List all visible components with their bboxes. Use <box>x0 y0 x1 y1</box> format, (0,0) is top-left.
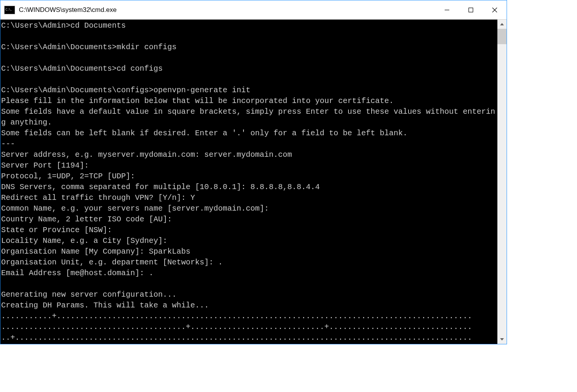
svg-rect-1 <box>469 8 473 12</box>
close-button[interactable] <box>483 0 507 19</box>
vertical-scrollbar[interactable] <box>497 20 507 344</box>
scrollbar-track[interactable] <box>497 29 507 335</box>
scroll-up-arrow[interactable] <box>497 20 507 29</box>
window-titlebar: C:\. C:\WINDOWS\system32\cmd.exe <box>0 0 507 20</box>
minimize-button[interactable] <box>435 0 459 19</box>
maximize-button[interactable] <box>459 0 483 19</box>
window-controls <box>435 0 507 19</box>
scrollbar-thumb[interactable] <box>497 29 507 44</box>
window-title: C:\WINDOWS\system32\cmd.exe <box>18 6 435 14</box>
scroll-down-arrow[interactable] <box>497 335 507 344</box>
cmd-icon: C:\. <box>4 6 15 14</box>
terminal-output[interactable]: C:\Users\Admin>cd Documents C:\Users\Adm… <box>0 20 497 344</box>
terminal-area: C:\Users\Admin>cd Documents C:\Users\Adm… <box>0 20 507 344</box>
